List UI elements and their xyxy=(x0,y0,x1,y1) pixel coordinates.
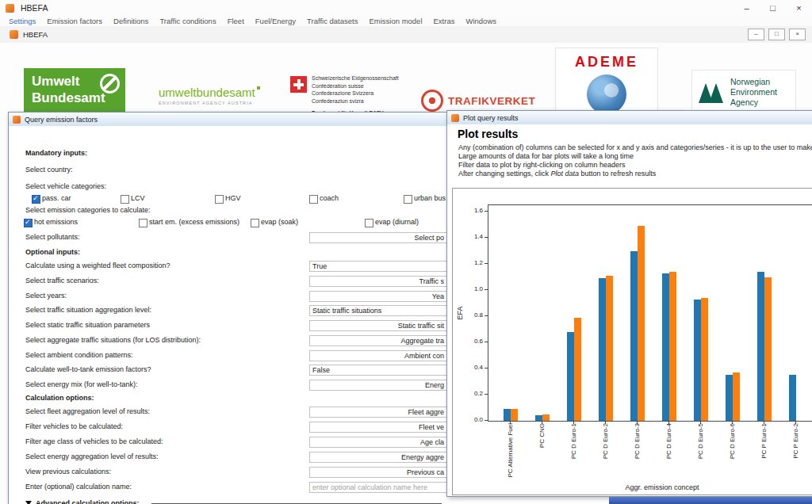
field-label: Select energy aggregation level of resul… xyxy=(25,452,159,460)
select-energy-mix-for-well-to-tank-input[interactable]: Energ xyxy=(309,380,447,391)
plot-window-title: Plot query results xyxy=(463,114,519,122)
background-window-edge xyxy=(609,497,812,504)
query-window-title: Query emission factors xyxy=(25,116,98,124)
menu-item-traffic-conditions[interactable]: Traffic conditions xyxy=(154,17,221,25)
y-tick-label: 1.4 xyxy=(462,233,483,240)
logo-text: Confederaziun svizra xyxy=(312,97,399,105)
select-static-traffic-situation-parameters-input[interactable]: Static traffic sit xyxy=(309,320,447,331)
menu-item-windows[interactable]: Windows xyxy=(460,17,502,25)
menu-item-emission-model[interactable]: Emission model xyxy=(363,17,427,25)
bar-series-orange-pc-d-euro-3 xyxy=(638,226,645,421)
select-traffic-scenarios-input[interactable]: Traffic s xyxy=(309,276,447,287)
calculate-well-to-tank-emission-factors-input[interactable]: False xyxy=(309,365,447,376)
logo-text: Agency xyxy=(730,97,777,108)
maximize-button[interactable]: □ xyxy=(760,0,786,16)
field-label: Calculate using a weighted fleet composi… xyxy=(25,262,170,269)
chart-panel: 0.00.20.40.60.81.01.21.41.6PC Alternativ… xyxy=(452,188,812,495)
y-tick-mark xyxy=(485,315,488,316)
mdi-close-button[interactable]: × xyxy=(789,29,806,40)
logo-text: Bundesamt xyxy=(32,90,105,106)
minimize-button[interactable]: – xyxy=(733,0,760,16)
select-energy-aggregation-level-of-results-input[interactable]: Energy aggre xyxy=(309,452,447,463)
y-axis-label: EFA xyxy=(456,306,464,319)
calculate-using-a-weighted-fleet-composition-input[interactable]: True xyxy=(309,261,447,272)
logo-trafikverket: TRAFIKVERKET xyxy=(421,90,535,112)
section-header: Optional inputs: xyxy=(25,248,80,256)
y-tick-label: 0.8 xyxy=(462,311,483,319)
checkbox-hot-emissions[interactable] xyxy=(24,219,33,227)
checkbox-urban-bus[interactable] xyxy=(404,195,412,204)
logo-text: TRAFIKVERKET xyxy=(448,95,535,107)
hbefa-application-window: HBEFA –□× SettingsEmission factorsDefini… xyxy=(0,0,812,504)
field-label: Select fleet aggregation level of result… xyxy=(25,407,150,415)
field-label: Select years: xyxy=(25,292,67,300)
field-label: Select energy mix (for well-to-tank): xyxy=(25,380,138,388)
plot-info-line-2: Large amounts of data for bar plots will… xyxy=(458,152,812,161)
y-tick-mark xyxy=(485,420,488,421)
checkbox-label: HGV xyxy=(225,194,241,202)
y-tick-mark xyxy=(485,263,488,264)
checkbox-hgv[interactable] xyxy=(215,195,224,204)
y-tick-mark xyxy=(485,342,488,342)
swiss-flag-icon xyxy=(290,76,307,93)
select-ambient-condition-patterns-input[interactable]: Ambient con xyxy=(309,350,447,361)
y-tick-mark xyxy=(485,368,488,368)
logo-umweltbundesamt-de: Umwelt Bundesamt xyxy=(24,68,125,113)
enter-optional-calculation-name-input[interactable] xyxy=(309,482,447,493)
bar-series-blue-pc-d-euro-1 xyxy=(567,332,574,421)
window-titlebar[interactable]: HBEFA –□× xyxy=(0,0,812,17)
bar-series-blue-pc-p-euro-2 xyxy=(789,375,796,421)
filter-age-class-of-vehicles-to-be-calculated-input[interactable]: Age cla xyxy=(309,437,447,448)
menu-item-fuel-energy[interactable]: Fuel/Energy xyxy=(250,17,301,25)
select-fleet-aggregation-level-of-results-input[interactable]: Fleet aggre xyxy=(309,407,447,418)
checkbox-lcv[interactable] xyxy=(121,195,129,204)
checkbox-start-em-excess-emissions[interactable] xyxy=(139,219,147,227)
section-header: Mandatory inputs: xyxy=(25,149,87,157)
bar-series-blue-pc-cng xyxy=(535,415,542,421)
logo-text: Environment xyxy=(730,87,777,97)
mdi-restore-button[interactable]: □ xyxy=(768,29,785,40)
checkbox-label: pass. car xyxy=(42,194,71,202)
uba-globe-icon xyxy=(100,74,120,94)
window-title: HBEFA xyxy=(21,3,48,13)
logo-text: ADEME xyxy=(556,54,657,71)
mdi-minimize-button[interactable]: – xyxy=(748,29,764,40)
field-label: Select ambient condition patterns: xyxy=(25,351,133,359)
select-aggregate-traffic-situations-for-los-distribution-input[interactable]: Aggregate tra xyxy=(309,335,447,346)
logo-subtitle: ENVIRONMENT AGENCY AUSTRIA xyxy=(159,101,260,105)
superscript-mark-icon xyxy=(257,86,260,90)
close-button[interactable]: × xyxy=(786,0,812,16)
view-previous-calculations-input[interactable]: Previous ca xyxy=(309,467,447,478)
menu-item-settings[interactable]: Settings xyxy=(3,17,41,25)
logo-umweltbundesamt-at: umweltbundesamt ENVIRONMENT AGENCY AUSTR… xyxy=(159,86,260,105)
menu-item-definitions[interactable]: Definitions xyxy=(108,17,154,25)
y-tick-label: 1.6 xyxy=(462,207,483,214)
checkbox-pass-car[interactable] xyxy=(32,195,40,204)
select-pollutants-input[interactable]: Select po xyxy=(309,232,447,243)
query-window-icon xyxy=(13,116,21,124)
checkbox-evap-diurnal[interactable] xyxy=(365,219,373,227)
menu-item-extras[interactable]: Extras xyxy=(428,17,461,25)
bar-series-orange-pc-cng xyxy=(542,414,550,421)
plot-window-titlebar[interactable]: Plot query results xyxy=(447,111,812,125)
checkbox-evap-soak[interactable] xyxy=(251,219,259,227)
menu-item-emission-factors[interactable]: Emission factors xyxy=(41,17,108,25)
mdi-child-titlebar[interactable]: HBEFA –□× xyxy=(0,26,812,44)
collapse-arrow-icon[interactable] xyxy=(25,501,32,504)
filter-vehicles-to-be-calculated-input[interactable]: Fleet ve xyxy=(309,422,447,433)
menu-item-traffic-datasets[interactable]: Traffic datasets xyxy=(301,17,363,25)
select-years-input[interactable]: Yea xyxy=(309,291,447,302)
logo-text: Schweizerische Eidgenossenschaft xyxy=(312,74,399,82)
bar-series-blue-pc-d-euro-2 xyxy=(599,278,606,421)
checkbox-coach[interactable] xyxy=(309,195,318,204)
bar-series-orange-pc-p-euro-1 xyxy=(764,277,772,421)
field-label: Select static traffic situation paramete… xyxy=(25,321,150,329)
select-traffic-situation-aggregation-level-input[interactable]: Static traffic situations xyxy=(309,305,447,316)
hbefa-child-icon xyxy=(10,30,18,39)
bar-series-blue-pc-p-euro-1 xyxy=(757,272,764,421)
bar-series-blue-pc-alternative-fuel xyxy=(504,409,511,421)
field-label: Select emission categories to calculate: xyxy=(25,206,151,214)
checkbox-label: evap (diurnal) xyxy=(375,218,419,226)
y-tick-label: 1.0 xyxy=(462,285,483,292)
menu-item-fleet[interactable]: Fleet xyxy=(222,17,250,25)
